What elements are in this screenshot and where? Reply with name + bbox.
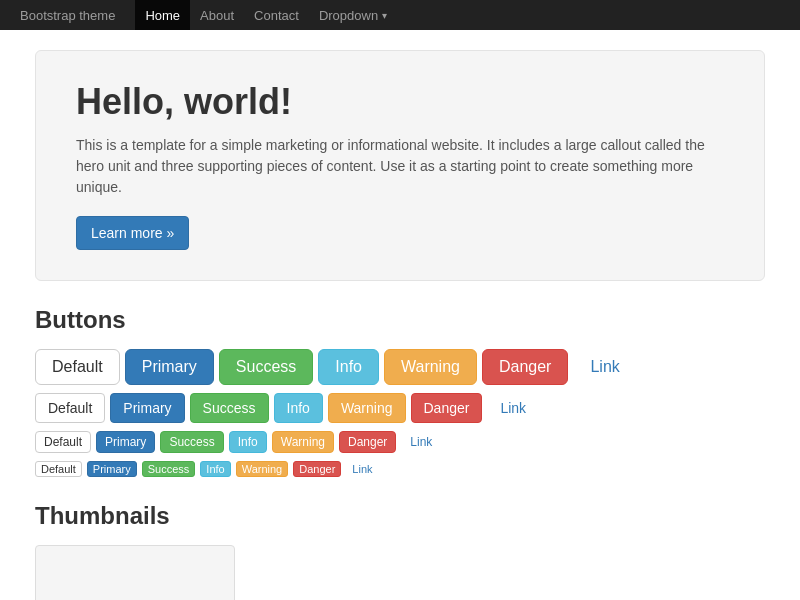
btn-default-md[interactable]: Default <box>35 393 105 423</box>
navbar-brand[interactable]: Bootstrap theme <box>20 8 115 23</box>
button-row-xs: Default Primary Success Info Warning Dan… <box>35 461 765 477</box>
btn-info-lg[interactable]: Info <box>318 349 379 385</box>
btn-primary-xs[interactable]: Primary <box>87 461 137 477</box>
hero-unit: Hello, world! This is a template for a s… <box>35 50 765 281</box>
btn-default-xs[interactable]: Default <box>35 461 82 477</box>
dropdown-arrow-icon: ▾ <box>382 10 387 21</box>
btn-danger-xs[interactable]: Danger <box>293 461 341 477</box>
thumbnail-image: 200x200 <box>35 545 235 600</box>
btn-primary-lg[interactable]: Primary <box>125 349 214 385</box>
btn-link-md[interactable]: Link <box>487 393 539 423</box>
btn-link-sm[interactable]: Link <box>401 431 441 453</box>
hero-title: Hello, world! <box>76 81 724 123</box>
btn-success-md[interactable]: Success <box>190 393 269 423</box>
btn-danger-sm[interactable]: Danger <box>339 431 396 453</box>
btn-primary-sm[interactable]: Primary <box>96 431 155 453</box>
navbar: Bootstrap theme Home About Contact Dropd… <box>0 0 800 30</box>
btn-info-xs[interactable]: Info <box>200 461 230 477</box>
nav-items: Home About Contact Dropdown ▾ <box>135 0 397 30</box>
main-container: Hello, world! This is a template for a s… <box>20 30 780 600</box>
nav-item-about[interactable]: About <box>190 0 244 30</box>
btn-default-sm[interactable]: Default <box>35 431 91 453</box>
btn-info-md[interactable]: Info <box>274 393 323 423</box>
btn-warning-md[interactable]: Warning <box>328 393 406 423</box>
learn-more-button[interactable]: Learn more » <box>76 216 189 250</box>
hero-description: This is a template for a simple marketin… <box>76 135 724 198</box>
btn-primary-md[interactable]: Primary <box>110 393 184 423</box>
buttons-section: Buttons Default Primary Success Info War… <box>35 306 765 477</box>
nav-item-contact[interactable]: Contact <box>244 0 309 30</box>
btn-info-sm[interactable]: Info <box>229 431 267 453</box>
nav-item-dropdown[interactable]: Dropdown ▾ <box>309 0 397 30</box>
btn-link-xs[interactable]: Link <box>346 461 378 477</box>
buttons-section-title: Buttons <box>35 306 765 334</box>
btn-danger-lg[interactable]: Danger <box>482 349 568 385</box>
btn-success-sm[interactable]: Success <box>160 431 223 453</box>
btn-default-lg[interactable]: Default <box>35 349 120 385</box>
button-row-lg: Default Primary Success Info Warning Dan… <box>35 349 765 385</box>
btn-warning-sm[interactable]: Warning <box>272 431 334 453</box>
button-row-sm: Default Primary Success Info Warning Dan… <box>35 431 765 453</box>
btn-warning-xs[interactable]: Warning <box>236 461 289 477</box>
btn-link-lg[interactable]: Link <box>573 349 636 385</box>
btn-success-lg[interactable]: Success <box>219 349 313 385</box>
btn-success-xs[interactable]: Success <box>142 461 196 477</box>
btn-danger-md[interactable]: Danger <box>411 393 483 423</box>
nav-item-home[interactable]: Home <box>135 0 190 30</box>
thumbnails-section: Thumbnails 200x200 <box>35 502 765 600</box>
button-row-md: Default Primary Success Info Warning Dan… <box>35 393 765 423</box>
thumbnails-section-title: Thumbnails <box>35 502 765 530</box>
btn-warning-lg[interactable]: Warning <box>384 349 477 385</box>
